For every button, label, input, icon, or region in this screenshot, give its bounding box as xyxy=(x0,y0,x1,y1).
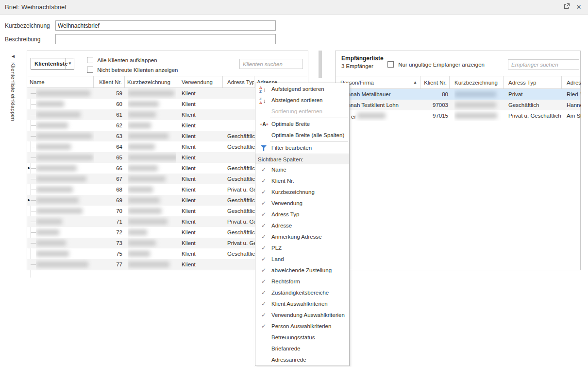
cell-adress-typ: Geschäftlich xyxy=(504,100,562,110)
checkmark-icon: ✓ xyxy=(261,310,269,321)
menu-item-kurzbezeichnung[interactable]: ✓Kurzbezeichnung xyxy=(255,187,349,198)
menu-item-land[interactable]: ✓Land xyxy=(255,254,349,265)
cell-kurzbezeichnung xyxy=(128,227,176,238)
redacted-text xyxy=(36,112,81,118)
cell-klient-nr: 66 xyxy=(94,163,125,174)
column-header-klient-nr[interactable]: Klient Nr. xyxy=(420,76,450,88)
cell-verwendung: Klient xyxy=(182,141,223,152)
panel-splitter[interactable] xyxy=(319,51,322,78)
column-header-adresse[interactable]: Adresse xyxy=(562,76,581,88)
redacted-text xyxy=(36,197,79,203)
cell-klient-nr: 68 xyxy=(94,184,125,195)
cell-name xyxy=(36,99,94,109)
menu-item-optimale-breite[interactable]: +A+Optimale Breite xyxy=(255,119,349,130)
beschreibung-field[interactable] xyxy=(55,34,276,44)
kurzbezeichnung-label: Kurzbezeichnung xyxy=(5,22,50,29)
menu-item-verwendung-auswahlkriterien[interactable]: ✓Verwendung Auswahlkriterien xyxy=(255,310,349,321)
tree-tick xyxy=(27,238,36,248)
table-row[interactable]: Hannah Testklient Lohn97003GeschäftlichH… xyxy=(336,100,580,110)
menu-item-label: Rechtsform xyxy=(271,276,300,287)
cell-name xyxy=(36,184,94,195)
klientenliste-toolbar: Klientenliste ▼ Alle Klienten aufklappen… xyxy=(27,51,308,76)
expand-all-label: Alle Klienten aufklappen xyxy=(97,57,157,63)
menu-item-abweichende-zustellung[interactable]: ✓abweichende Zustellung xyxy=(255,265,349,276)
empfaenger-search-input[interactable] xyxy=(508,59,579,70)
menu-item-filter-bearbeiten[interactable]: Filter bearbeiten xyxy=(255,142,349,154)
column-header-name[interactable]: Name xyxy=(27,76,94,87)
expand-all-checkbox[interactable] xyxy=(87,57,93,63)
cell-verwendung: Klient xyxy=(182,216,223,227)
cell-name xyxy=(36,88,94,99)
menu-item-person-auswahlkriterien[interactable]: ✓Person Auswahlkriterien xyxy=(255,321,349,332)
table-row[interactable]: Hannah Metallbauer80PrivatRied 1, xyxy=(336,89,580,100)
menu-item-adress-typ[interactable]: ✓Adress Typ xyxy=(255,209,349,220)
redacted-text xyxy=(454,102,496,108)
menu-item-optimale-breite-alle-spalten-[interactable]: Optimale Breite (alle Spalten) xyxy=(255,130,349,141)
cell-kurzbezeichnung xyxy=(128,141,176,152)
cell-klient-nr: 75 xyxy=(94,248,125,259)
menu-item-absteigend-sortieren[interactable]: ZA↓Absteigend sortieren xyxy=(255,95,349,106)
tree-tick xyxy=(27,131,36,141)
menu-item-klient-auswahlkriterien[interactable]: ✓Klient Auswahlkriterien xyxy=(255,298,349,310)
klienten-search-input[interactable] xyxy=(239,59,303,69)
column-header-verwendung[interactable]: Verwendung xyxy=(176,76,223,87)
klientenliste-selector-button[interactable]: Klientenliste ▼ xyxy=(31,58,74,70)
cell-kurzbezeichnung xyxy=(454,100,503,110)
column-header-klient-nr[interactable]: Klient Nr. xyxy=(94,76,125,87)
menu-item-label: Adress Typ xyxy=(271,209,299,220)
redacted-text xyxy=(454,113,497,119)
menu-item-plz[interactable]: ✓PLZ xyxy=(255,243,349,254)
menu-item-anmerkung-adresse[interactable]: ✓Anmerkung Adresse xyxy=(255,231,349,243)
menu-item-adressanrede[interactable]: Adressanrede xyxy=(255,354,349,366)
cell-name xyxy=(36,120,94,131)
chevron-down-icon[interactable]: ▼ xyxy=(66,58,74,69)
cell-verwendung: Klient xyxy=(182,184,223,195)
popout-button[interactable] xyxy=(562,3,571,12)
column-header-kurzbezeichnung[interactable]: Kurzbezeichnung xyxy=(450,76,504,88)
menu-item-rechtsform[interactable]: ✓Rechtsform xyxy=(255,276,349,287)
menu-item-name[interactable]: ✓Name xyxy=(255,164,349,175)
redacted-text xyxy=(128,229,147,235)
redacted-text xyxy=(128,262,169,267)
kurzbezeichnung-field[interactable] xyxy=(55,20,276,31)
cell-verwendung: Klient xyxy=(182,227,223,238)
menu-item-adresse[interactable]: ✓Adresse xyxy=(255,220,349,231)
cell-verwendung: Klient xyxy=(182,109,223,120)
cell-name xyxy=(36,227,94,238)
redacted-text xyxy=(36,165,77,171)
cell-name xyxy=(36,248,94,259)
expand-node[interactable]: ► xyxy=(27,195,36,206)
redacted-text xyxy=(36,155,93,160)
optimal-width-icon: +A+ xyxy=(259,119,269,130)
redacted-text xyxy=(36,133,92,139)
cell-verwendung: Klient xyxy=(182,163,223,174)
menu-item-betreuungsstatus[interactable]: Betreuungsstatus xyxy=(255,332,349,343)
menu-item-label: Adressanrede xyxy=(271,354,306,366)
expand-node[interactable]: ► xyxy=(27,163,36,174)
menu-item-label: Filter bearbeiten xyxy=(271,142,312,154)
invalid-only-checkbox[interactable] xyxy=(387,61,394,68)
menu-separator xyxy=(270,118,348,118)
cell-kurzbezeichnung xyxy=(128,238,176,248)
menu-item-label: Land xyxy=(271,254,284,265)
menu-item-zust-ndigkeitsbereiche[interactable]: ✓Zuständigkeitsbereiche xyxy=(255,287,349,298)
column-header-kurzbezeichnung[interactable]: Kurzbezeichnung xyxy=(125,76,176,87)
empfaenger-count: 3 Empfänger xyxy=(341,63,373,69)
menu-item-briefanrede[interactable]: Briefanrede xyxy=(255,343,349,354)
close-button[interactable]: ✕ xyxy=(574,3,583,12)
empfaengerliste-title: Empfängerliste xyxy=(341,55,384,62)
column-header-adress-typ[interactable]: Adress Typ xyxy=(223,76,254,87)
cell-name xyxy=(36,163,94,174)
menu-item-aufsteigend-sortieren[interactable]: AZ↓Aufsteigend sortieren xyxy=(255,84,349,95)
cell-klient-nr: 63 xyxy=(94,131,125,141)
collapse-klientenliste-strip[interactable]: ◄ Klientenliste einklappen xyxy=(8,51,20,270)
cell-adress-typ: Privat u. Geschäftlich xyxy=(504,110,562,121)
menu-item-klient-nr-[interactable]: ✓Klient Nr. xyxy=(255,175,349,187)
menu-item-verwendung[interactable]: ✓Verwendung xyxy=(255,198,349,209)
column-header-adress-typ[interactable]: Adress Typ xyxy=(504,76,562,88)
show-unattended-checkbox[interactable] xyxy=(87,67,93,73)
cell-verwendung: Klient xyxy=(182,131,223,141)
table-row[interactable]: er 97015Privat u. GeschäftlichAm Sta xyxy=(336,110,580,121)
cell-kurzbezeichnung xyxy=(128,216,176,227)
cell-klient-nr: 62 xyxy=(94,120,125,131)
